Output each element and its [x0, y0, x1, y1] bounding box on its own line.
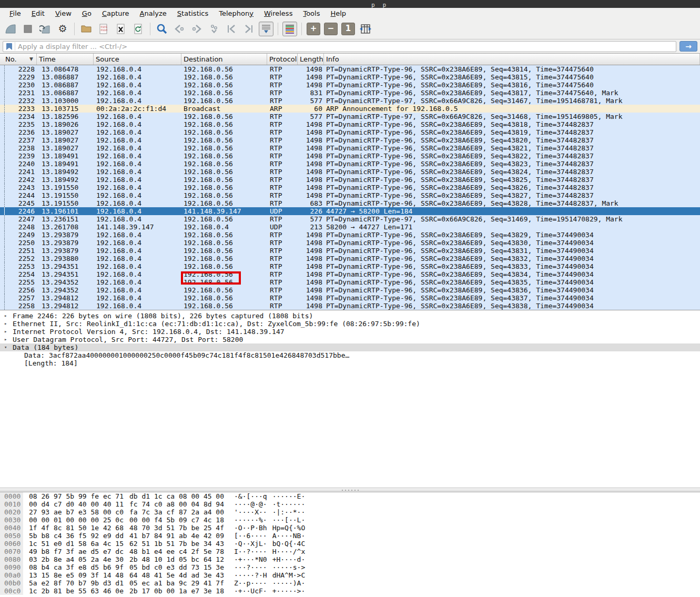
packet-row-2242[interactable]: 224213.189492192.168.0.4192.168.0.56RTP1… [0, 176, 700, 184]
close-file-button[interactable] [114, 22, 128, 36]
packet-row-2250[interactable]: 225013.293879192.168.0.4192.168.0.56RTP1… [0, 239, 700, 247]
zoom-out-button[interactable]: − [323, 22, 338, 36]
column-header-info[interactable]: Info [324, 54, 700, 65]
restart-capture-button[interactable] [38, 22, 53, 36]
packet-row-2233[interactable]: 223313.10371500:2a:2a:2c:f1:d4BroadcastA… [0, 105, 700, 113]
detail-line[interactable]: ▸Internet Protocol Version 4, Src: 192.1… [0, 328, 700, 336]
expand-icon[interactable]: ▸ [0, 312, 13, 320]
packet-row-2258[interactable]: 225813.294812192.168.0.4192.168.0.56RTP1… [0, 302, 700, 310]
detail-line[interactable]: ▾Data (184 bytes) [0, 343, 700, 351]
column-header-destination[interactable]: Destination [181, 54, 267, 65]
packet-row-2241[interactable]: 224113.189492192.168.0.4192.168.0.56RTP1… [0, 168, 700, 176]
menu-statistics[interactable]: Statistics [172, 9, 214, 18]
packet-row-2251[interactable]: 225113.293879192.168.0.4192.168.0.56RTP1… [0, 247, 700, 255]
menu-view[interactable]: View [50, 9, 77, 18]
hex-row-00a0[interactable]: 00a013 15 8e e5 09 3f 14 4864 48 41 5e 4… [0, 571, 700, 579]
menu-edit[interactable]: Edit [26, 9, 50, 18]
column-header-length[interactable]: Length [298, 54, 324, 65]
column-header-no[interactable]: No.▼ [0, 54, 37, 65]
go-to-packet-button[interactable] [207, 22, 221, 36]
menu-telephony[interactable]: Telephony [214, 9, 259, 18]
menu-help[interactable]: Help [325, 9, 351, 18]
packet-row-2253[interactable]: 225313.294351192.168.0.4192.168.0.56RTP1… [0, 262, 700, 270]
packet-row-2255[interactable]: 225513.294352192.168.0.4192.168.0.56RTP1… [0, 278, 700, 286]
packet-row-2237[interactable]: 223713.189027192.168.0.4192.168.0.56RTP1… [0, 136, 700, 144]
zoom-100-button[interactable]: 1 [341, 22, 356, 36]
expand-icon[interactable]: ▸ [0, 320, 13, 328]
hex-row-0090[interactable]: 009008 b4 ca 3f e8 d5 b6 9f05 bd c0 e3 d… [0, 563, 700, 571]
packet-row-2238[interactable]: 223813.189027192.168.0.4192.168.0.56RTP1… [0, 144, 700, 152]
hex-row-0080[interactable]: 008003 2b 8e a4 05 2a 4e 302b 48 10 1d 0… [0, 555, 700, 563]
column-header-protocol[interactable]: Protocol [267, 54, 298, 65]
hex-row-0070[interactable]: 007049 b8 f7 3f ae d5 e7 dc48 b1 e4 ee c… [0, 548, 700, 555]
resize-columns-button[interactable] [358, 22, 373, 36]
packet-row-2254[interactable]: 225413.294351192.168.0.4192.168.0.56RTP1… [0, 270, 700, 278]
find-packet-button[interactable] [155, 22, 169, 36]
apply-filter-button[interactable]: → [679, 41, 697, 52]
menu-wireless[interactable]: Wireless [259, 9, 298, 18]
packet-row-2257[interactable]: 225713.294812192.168.0.4192.168.0.56RTP1… [0, 294, 700, 302]
packet-row-2249[interactable]: 224913.293879192.168.0.4192.168.0.56RTP1… [0, 231, 700, 239]
collapse-icon[interactable]: ▾ [0, 343, 13, 351]
packet-row-2240[interactable]: 224013.189491192.168.0.4192.168.0.56RTP1… [0, 160, 700, 168]
detail-line[interactable]: Data: 3acf872aa400000001000000250c0000f4… [0, 351, 700, 359]
expand-icon[interactable]: ▸ [0, 328, 13, 336]
packet-row-2231[interactable]: 223113.086887192.168.0.4192.168.0.56RTP8… [0, 89, 700, 97]
packet-row-2235[interactable]: 223513.189026192.168.0.4192.168.0.56RTP1… [0, 120, 700, 128]
expand-icon[interactable]: ▸ [0, 336, 13, 343]
detail-line[interactable]: ▸Ethernet II, Src: ReolinkI_d1:1c:ca (ec… [0, 320, 700, 328]
stop-capture-button[interactable] [21, 22, 35, 36]
packet-row-2256[interactable]: 225613.294352192.168.0.4192.168.0.56RTP1… [0, 286, 700, 294]
colorize-toggle[interactable] [282, 22, 297, 36]
packet-row-2228[interactable]: 222813.086478192.168.0.4192.168.0.56RTP1… [0, 65, 700, 73]
zoom-in-button[interactable]: + [306, 22, 321, 36]
packet-row-2234[interactable]: 223413.182596192.168.0.4192.168.0.56RTP5… [0, 113, 700, 120]
packet-row-2239[interactable]: 223913.189491192.168.0.4192.168.0.56RTP1… [0, 152, 700, 160]
packet-row-2243[interactable]: 224313.191550192.168.0.4192.168.0.56RTP1… [0, 184, 700, 191]
column-header-time[interactable]: Time [37, 54, 94, 65]
filter-bookmark-icon[interactable] [5, 42, 15, 50]
pane-splitter[interactable] [0, 488, 700, 492]
hex-row-00c0[interactable]: 00c01c 2b 81 be 55 63 46 0e2b 17 0b 00 1… [0, 587, 700, 595]
go-first-packet-button[interactable] [224, 22, 239, 36]
menu-analyze[interactable]: Analyze [135, 9, 172, 18]
packet-row-2229[interactable]: 222913.086887192.168.0.4192.168.0.56RTP1… [0, 73, 700, 81]
hex-row-0030[interactable]: 003000 00 01 00 00 00 25 0c00 00 f4 5b 0… [0, 516, 700, 524]
packet-row-2248[interactable]: 224813.261708141.148.39.147192.168.0.4UD… [0, 223, 700, 231]
packet-row-2246[interactable]: 224613.196101192.168.0.4141.148.39.147UD… [0, 207, 700, 215]
detail-line[interactable]: ▸User Datagram Protocol, Src Port: 44727… [0, 336, 700, 343]
column-header-source[interactable]: Source [94, 54, 181, 65]
menu-tools[interactable]: Tools [298, 9, 325, 18]
packet-row-2247[interactable]: 224713.236151192.168.0.4192.168.0.56RTP5… [0, 215, 700, 223]
menu-go[interactable]: Go [77, 9, 97, 18]
hex-row-0050[interactable]: 00505b b8 c4 36 f5 92 e9 dd41 b7 84 91 a… [0, 532, 700, 540]
packet-row-2236[interactable]: 223613.189027192.168.0.4192.168.0.56RTP1… [0, 128, 700, 136]
menu-capture[interactable]: Capture [97, 9, 135, 18]
packet-row-2245[interactable]: 224513.191550192.168.0.4192.168.0.56RTP6… [0, 199, 700, 207]
detail-line[interactable]: [Length: 184] [0, 359, 700, 367]
capture-options-button[interactable]: ⚙ [55, 22, 70, 36]
auto-scroll-toggle[interactable] [259, 22, 273, 36]
menu-file[interactable]: File [4, 9, 26, 18]
open-file-button[interactable] [79, 22, 94, 36]
packet-row-2232[interactable]: 223213.103000192.168.0.4192.168.0.56RTP5… [0, 97, 700, 105]
packet-row-2230[interactable]: 223013.086887192.168.0.4192.168.0.56RTP1… [0, 81, 700, 89]
hex-row-0040[interactable]: 00401f 4f 8c 81 50 1e 42 6848 70 3d 51 7… [0, 524, 700, 532]
go-back-button[interactable] [172, 22, 187, 36]
hex-row-0000[interactable]: 000008 26 97 5b 99 fe ec 71db d1 1c ca 0… [0, 492, 700, 500]
detail-line[interactable]: ▸Frame 2246: 226 bytes on wire (1808 bit… [0, 312, 700, 320]
packet-row-2252[interactable]: 225213.293880192.168.0.4192.168.0.56RTP1… [0, 255, 700, 262]
save-file-button[interactable]: 01010110 [96, 22, 111, 36]
start-capture-button[interactable] [3, 22, 18, 36]
hex-row-0060[interactable]: 00601c 51 e0 d1 58 6a 4c 1562 51 1b 51 7… [0, 540, 700, 548]
hex-row-00b0[interactable]: 00b05a e2 8f 70 b7 9b d3 d105 ec a1 ba 9… [0, 579, 700, 587]
reload-file-button[interactable] [131, 22, 146, 36]
hex-bytes: 00 00 f4 5b 09 c7 4c 18 [129, 516, 224, 524]
hex-row-0020[interactable]: 002027 93 ae b7 e3 58 00 c0fa 7c 3a cf 8… [0, 508, 700, 516]
hex-row-0010[interactable]: 001000 d4 c7 d0 40 00 40 11fc 74 c0 a8 0… [0, 500, 700, 508]
display-filter-input[interactable]: Apply a display filter ... <Ctrl-/> [3, 41, 676, 52]
cell-protocol: RTP [267, 97, 298, 105]
go-last-packet-button[interactable] [241, 22, 256, 36]
packet-row-2244[interactable]: 224413.191550192.168.0.4192.168.0.56RTP1… [0, 191, 700, 199]
go-forward-button[interactable] [189, 22, 204, 36]
